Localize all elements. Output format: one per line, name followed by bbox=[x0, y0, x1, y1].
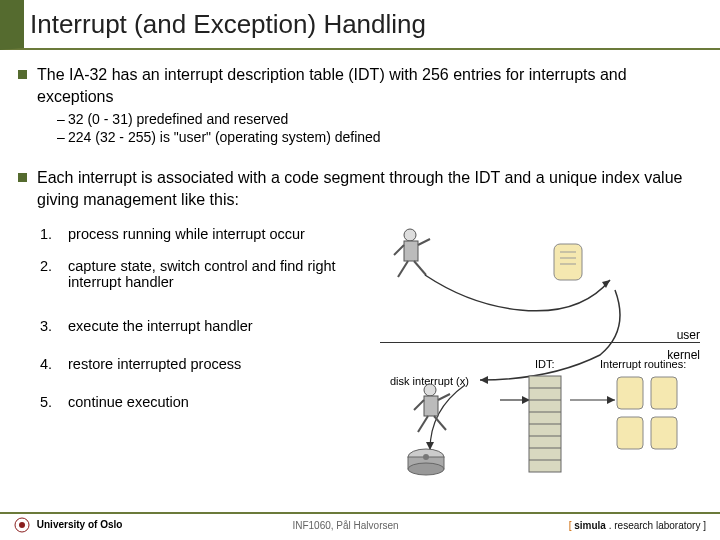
step-text: process running while interrupt occur bbox=[68, 226, 368, 242]
svg-point-15 bbox=[424, 384, 436, 396]
svg-rect-16 bbox=[424, 396, 438, 416]
running-person-icon bbox=[410, 380, 460, 440]
footer: University of Oslo INF1060, Pål Halvorse… bbox=[0, 512, 720, 536]
routines-scrolls-icon bbox=[615, 375, 685, 485]
diagram-area: user kernel disk interrupt (x) IDT: Inte… bbox=[370, 250, 700, 540]
svg-point-38 bbox=[19, 522, 25, 528]
footer-left: University of Oslo bbox=[14, 517, 122, 533]
svg-line-18 bbox=[438, 394, 450, 400]
bullet-2: Each interrupt is associated with a code… bbox=[18, 167, 702, 210]
svg-line-19 bbox=[418, 416, 428, 432]
slide-title: Interrupt (and Exception) Handling bbox=[30, 9, 426, 40]
university-crest-icon bbox=[14, 517, 30, 533]
content-area: The IA-32 has an interrupt description t… bbox=[0, 50, 720, 410]
svg-marker-14 bbox=[607, 396, 615, 404]
svg-rect-30 bbox=[651, 377, 677, 409]
square-bullet-icon bbox=[18, 70, 27, 79]
bullet-1-text: The IA-32 has an interrupt description t… bbox=[37, 64, 702, 107]
svg-rect-29 bbox=[617, 377, 643, 409]
step-number: 5. bbox=[40, 394, 68, 410]
step-text: execute the interrupt handler bbox=[68, 318, 368, 334]
step-number: 1. bbox=[40, 226, 68, 242]
step-text: capture state, switch control and find r… bbox=[68, 258, 368, 290]
title-bar: Interrupt (and Exception) Handling bbox=[0, 0, 720, 50]
user-kernel-divider bbox=[380, 342, 700, 343]
svg-point-35 bbox=[408, 463, 444, 475]
interrupt-routines-label: Interrupt routines: bbox=[600, 358, 686, 370]
svg-line-17 bbox=[414, 400, 424, 410]
idt-table-icon bbox=[528, 375, 562, 475]
step-text: continue execution bbox=[68, 394, 368, 410]
sub-bullet: – 224 (32 - 255) is "user" (operating sy… bbox=[54, 129, 702, 145]
dash-icon: – bbox=[54, 111, 68, 127]
footer-right: [ simula . research laboratory ] bbox=[569, 520, 706, 531]
svg-point-0 bbox=[404, 229, 416, 241]
step-row: 1. process running while interrupt occur bbox=[40, 226, 702, 242]
bullet-1-sublist: – 32 (0 - 31) predefined and reserved – … bbox=[54, 111, 702, 145]
footer-left-text: University of Oslo bbox=[37, 519, 123, 530]
bullet-2-text: Each interrupt is associated with a code… bbox=[37, 167, 702, 210]
svg-line-20 bbox=[434, 416, 446, 430]
svg-rect-32 bbox=[651, 417, 677, 449]
dash-icon: – bbox=[54, 129, 68, 145]
sub-bullet: – 32 (0 - 31) predefined and reserved bbox=[54, 111, 702, 127]
idt-label: IDT: bbox=[535, 358, 555, 370]
lab-text: . research laboratory ] bbox=[606, 520, 706, 531]
footer-center-text: INF1060, Pål Halvorsen bbox=[292, 520, 398, 531]
svg-point-36 bbox=[423, 454, 429, 460]
hard-disk-icon bbox=[405, 445, 447, 479]
svg-line-3 bbox=[418, 239, 430, 245]
step-number: 3. bbox=[40, 318, 68, 334]
simula-word: simula bbox=[574, 520, 606, 531]
square-bullet-icon bbox=[18, 173, 27, 182]
bullet-1: The IA-32 has an interrupt description t… bbox=[18, 64, 702, 107]
step-number: 4. bbox=[40, 356, 68, 372]
step-number: 2. bbox=[40, 258, 68, 290]
step-text: restore interrupted process bbox=[68, 356, 368, 372]
svg-rect-31 bbox=[617, 417, 643, 449]
svg-marker-11 bbox=[480, 376, 488, 384]
sub-bullet-text: 32 (0 - 31) predefined and reserved bbox=[68, 111, 288, 127]
user-label: user bbox=[677, 328, 700, 342]
sub-bullet-text: 224 (32 - 255) is "user" (operating syst… bbox=[68, 129, 381, 145]
